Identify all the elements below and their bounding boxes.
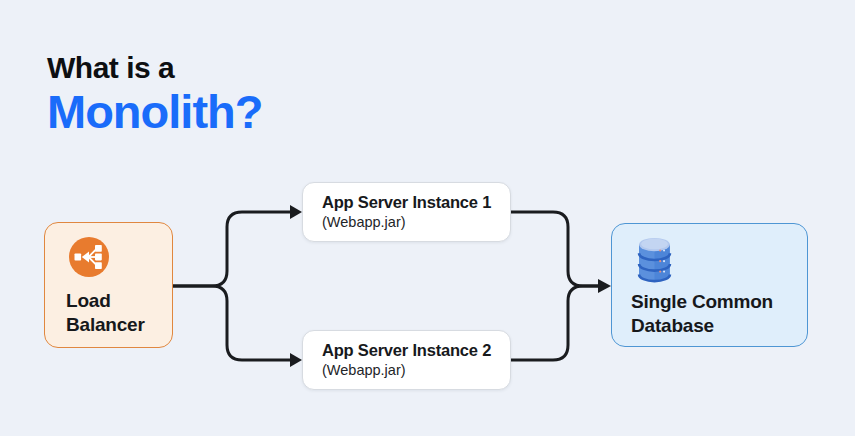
app-server-2-subtitle: (Webapp.jar) (322, 361, 510, 380)
load-balancer-icon (69, 237, 109, 277)
connector-lb-to-as1 (173, 212, 290, 286)
title-line-1: What is a (47, 50, 262, 86)
database-label: Single Common Database (631, 290, 791, 338)
connector-as1-to-db (511, 212, 598, 286)
arrowhead-as2 (290, 353, 302, 367)
page-title: What is a Monolith? (47, 50, 262, 138)
arrowhead-as1 (290, 205, 302, 219)
app-server-1-subtitle: (Webapp.jar) (322, 213, 510, 232)
connector-lb-to-as2 (173, 286, 290, 360)
database-icon (636, 236, 673, 284)
app-server-2-node: App Server Instance 2 (Webapp.jar) (302, 330, 511, 390)
load-balancer-node: Load Balancer (44, 222, 173, 348)
arrowhead-db (598, 279, 611, 293)
database-node: Single Common Database (611, 223, 808, 347)
title-line-2: Monolith? (47, 86, 262, 138)
app-server-1-node: App Server Instance 1 (Webapp.jar) (302, 182, 511, 242)
app-server-2-title: App Server Instance 2 (322, 340, 510, 361)
connector-as2-to-db (511, 286, 598, 360)
load-balancer-label: Load Balancer (66, 289, 166, 337)
monolith-diagram: What is a Monolith? Load Balancer (0, 0, 855, 436)
app-server-1-title: App Server Instance 1 (322, 192, 510, 213)
